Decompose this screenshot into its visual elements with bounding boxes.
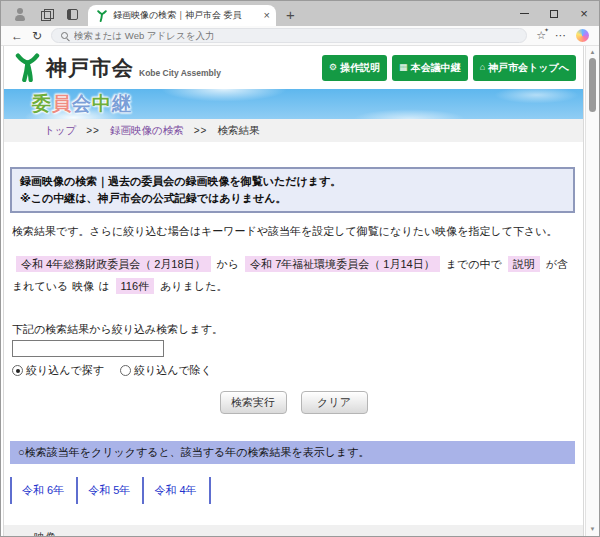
radio-include[interactable] (12, 365, 23, 376)
notice-box: 録画映像の検索｜過去の委員会の録画映像を御覧いただけます。 ※この中継は、神戸市… (10, 167, 575, 213)
window-close-button[interactable]: × (569, 1, 599, 26)
radio-exclude[interactable] (120, 365, 131, 376)
home-icon: ⌂ (480, 63, 485, 72)
breadcrumb-separator: >> (86, 125, 100, 136)
radio-exclude-label: 絞り込んで除く (134, 363, 212, 378)
breadcrumb: トップ >> 録画映像の検索 >> 検索結果 (4, 119, 583, 142)
summary-to-committee: 令和 7年福祉環境委員会（ 1月14日） (245, 256, 440, 272)
browser-toolbar: ← ↻ ☆✦ ⋯ (1, 26, 599, 46)
tab-close-icon[interactable]: × (264, 10, 270, 21)
scrollbar-down-icon[interactable]: ▼ (586, 526, 599, 532)
summary-eizou: 映像 (72, 280, 94, 292)
scrollbar-up-icon[interactable]: ▲ (586, 49, 599, 55)
page-scrollbar[interactable]: ▲ ▼ (585, 46, 599, 536)
plenary-broadcast-button[interactable]: ▦ 本会議中継 (392, 55, 468, 81)
page-viewport: 神戸市会 Kobe City Assembly ⚙ 操作説明 ▦ 本会議中継 ⌂… (1, 46, 599, 536)
browser-tab[interactable]: 録画映像の検索｜神戸市会 委員 × (88, 5, 276, 26)
year-link-reiwa4[interactable]: 令和 4年 (154, 483, 196, 498)
scrollbar-thumb[interactable] (589, 58, 596, 112)
notice-line1: 録画映像の検索｜過去の委員会の録画映像を御覧いただけます。 (20, 173, 565, 190)
breadcrumb-search-link[interactable]: 録画映像の検索 (110, 124, 184, 138)
back-icon[interactable]: ← (11, 30, 23, 42)
page-title: 委員会中継 (32, 91, 132, 117)
breadcrumb-separator: >> (194, 125, 208, 136)
banner-title-char: 継 (112, 93, 132, 114)
banner-title-char: 委 (32, 93, 52, 114)
copilot-icon[interactable] (576, 29, 589, 42)
profile-icon[interactable] (13, 8, 27, 21)
refresh-icon[interactable]: ↻ (32, 30, 42, 42)
sky-banner: 委員会中継 (4, 89, 583, 119)
tab-title: 録画映像の検索｜神戸市会 委員 (113, 9, 259, 22)
favorites-icon[interactable]: ☆✦ (536, 30, 546, 41)
banner-title-char: 中 (92, 93, 112, 114)
assembly-top-button[interactable]: ⌂ 神戸市会トップへ (473, 55, 576, 81)
operation-guide-button[interactable]: ⚙ 操作説明 (322, 55, 387, 81)
window-maximize-button[interactable] (539, 1, 569, 26)
workspaces-icon[interactable] (41, 9, 53, 21)
clear-button[interactable]: クリア (301, 391, 368, 414)
radio-include-label: 絞り込んで探す (26, 363, 104, 378)
refine-keyword-input[interactable] (12, 340, 164, 357)
site-favicon (96, 10, 108, 22)
browser-window: 録画映像の検索｜神戸市会 委員 × + × ← ↻ ☆✦ ⋯ (0, 0, 600, 537)
new-tab-button[interactable]: + (276, 6, 307, 26)
year-filter-links: 令和 6年 令和 5年 令和 4年 (10, 477, 577, 504)
year-link-reiwa6[interactable]: 令和 6年 (22, 483, 64, 498)
breadcrumb-top-link[interactable]: トップ (44, 124, 76, 138)
banner-title-char: 員 (52, 93, 72, 114)
results-summary: 令和 4年総務財政委員会（ 2月18日）から令和 7年福祉環境委員会（ 1月14… (12, 253, 577, 297)
video-section-heading: 映像 (4, 525, 583, 536)
summary-from-committee: 令和 4年総務財政委員会（ 2月18日） (16, 256, 211, 272)
refine-label: 下記の検索結果から絞り込み検索します。 (12, 322, 577, 337)
year-link-reiwa5[interactable]: 令和 5年 (88, 483, 130, 498)
calendar-icon: ▦ (399, 63, 408, 72)
gear-icon: ⚙ (329, 63, 337, 72)
settings-menu-icon[interactable]: ⋯ (555, 29, 567, 42)
tab-actions-icon[interactable] (67, 9, 78, 20)
search-icon (61, 32, 68, 39)
breadcrumb-current: 検索結果 (217, 124, 259, 138)
site-header: 神戸市会 Kobe City Assembly ⚙ 操作説明 ▦ 本会議中継 ⌂… (4, 46, 583, 89)
window-minimize-button[interactable] (509, 1, 539, 26)
kobe-assembly-logo-icon (13, 53, 42, 82)
site-subtitle: Kobe City Assembly (139, 68, 221, 78)
summary-keyword: 説明 (508, 256, 540, 272)
address-bar[interactable] (51, 28, 527, 43)
results-intro: 検索結果です。さらに絞り込む場合はキーワードや該当年を設定して御覧になりたい映像… (12, 224, 577, 239)
tab-strip: 録画映像の検索｜神戸市会 委員 × + × (1, 1, 599, 26)
address-input[interactable] (74, 30, 517, 41)
notice-line2: ※この中継は、神戸市会の公式記録ではありません。 (20, 190, 565, 207)
refine-radio-group: 絞り込んで探す 絞り込んで除く (12, 363, 577, 378)
search-execute-button[interactable]: 検索実行 (220, 391, 287, 414)
summary-count: 116件 (116, 278, 155, 294)
year-filter-note: ○検索該当年をクリックすると、該当する年の検索結果を表示します。 (10, 441, 575, 464)
banner-title-char: 会 (72, 93, 92, 114)
site-name: 神戸市会 (46, 54, 134, 82)
